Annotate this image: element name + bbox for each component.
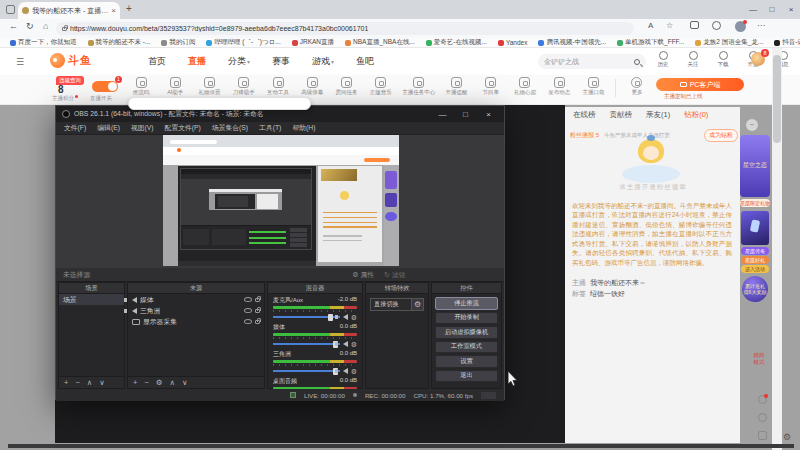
lock-icon[interactable] — [255, 309, 260, 313]
nav-home[interactable]: 首页 — [148, 55, 166, 68]
refresh-icon[interactable]: ↻ — [26, 21, 34, 31]
obs-close-button[interactable]: × — [479, 110, 498, 119]
lock-icon[interactable] — [255, 298, 260, 302]
tab-contribution-rank[interactable]: 贡献榜 — [610, 110, 633, 120]
source-up-button[interactable]: ∧ — [170, 378, 176, 387]
toolbar-item-wish[interactable]: 礼物心愿 — [512, 77, 538, 103]
remove-source-button[interactable]: − — [144, 378, 148, 387]
nav-games[interactable]: 游戏 — [312, 55, 334, 68]
become-diamond-fan-button[interactable]: 成为钻粉 — [704, 129, 738, 142]
rail-pill-enter[interactable]: 进入活动 — [741, 265, 769, 273]
home-icon[interactable]: ⌂ — [43, 21, 48, 31]
obs-maximize-button[interactable]: □ — [456, 110, 475, 119]
rail-pill-legend[interactable]: 星愿传奇 — [741, 247, 769, 255]
toolbar-item-remind[interactable]: 开播提醒 — [443, 77, 469, 103]
tab-diamond-fans[interactable]: 钻粉(0) — [684, 110, 708, 120]
browser-essentials-icon[interactable] — [712, 21, 721, 30]
record-corner-icon[interactable] — [758, 413, 767, 422]
source-properties-button[interactable]: ⚙ — [156, 378, 163, 387]
exit-button[interactable]: 退出 — [435, 370, 498, 383]
window-maximize-button[interactable]: □ — [763, 0, 781, 19]
obs-minimize-button[interactable]: — — [433, 110, 452, 119]
nav-category[interactable]: 分类 — [228, 55, 250, 68]
douyu-logo[interactable]: 斗鱼 — [50, 53, 92, 68]
volume-slider[interactable] — [273, 316, 340, 318]
tab-close-icon[interactable]: × — [111, 6, 116, 15]
collections-icon[interactable] — [690, 21, 699, 29]
mute-speaker-icon[interactable] — [343, 314, 348, 320]
settings-gear-icon[interactable]: ⚙ — [783, 432, 791, 442]
mute-speaker-icon[interactable] — [343, 341, 348, 347]
bookmark-item[interactable]: NBA直播_NBA在线... — [345, 38, 415, 47]
follow-button[interactable]: 关注 — [682, 51, 704, 68]
bookmark-item[interactable]: 我的订阅 — [161, 38, 195, 47]
scene-up-button[interactable]: ∧ — [87, 378, 93, 387]
bookmark-item[interactable]: 我等的船还不来 -... — [88, 38, 151, 47]
history-button[interactable]: 历史 — [652, 51, 674, 68]
toolbar-item-more[interactable]: 更多 — [624, 77, 650, 103]
favorite-star-icon[interactable]: ☆ — [666, 21, 673, 30]
visibility-eye-icon[interactable] — [244, 297, 252, 302]
nav-esports[interactable]: 赛事 — [272, 55, 290, 68]
hamburger-icon[interactable]: ☰ — [16, 57, 24, 67]
tab-online-rank[interactable]: 在线榜 — [573, 110, 596, 120]
scene-down-button[interactable]: ∨ — [99, 378, 105, 387]
virtual-camera-button[interactable]: 启动虚拟摄像机 — [435, 326, 498, 339]
obs-menu-file[interactable]: 文件(F) — [64, 123, 86, 133]
scene-list-item[interactable]: 场景 — [59, 294, 124, 305]
rail-banner-event[interactable]: 星空之恋 — [740, 135, 770, 197]
rail-collapse-button[interactable]: − — [746, 119, 758, 131]
transition-gear-button[interactable]: ⚙ — [411, 298, 424, 311]
volume-slider[interactable] — [273, 370, 340, 372]
toolbar-item-schedule[interactable]: 节目单 — [478, 77, 504, 103]
bookmark-item[interactable]: 单机游戏下载_FFF... — [617, 38, 684, 47]
channel-gear-icon[interactable]: ⚙ — [351, 368, 357, 375]
window-minimize-button[interactable]: — — [744, 0, 762, 19]
visibility-eye-icon[interactable] — [244, 308, 252, 313]
source-row[interactable]: 媒体 — [128, 294, 264, 305]
bookmark-item[interactable]: 爱奇艺-在线视频... — [426, 38, 487, 47]
remove-scene-button[interactable]: − — [75, 378, 79, 387]
back-icon[interactable]: ← — [9, 21, 18, 31]
url-field[interactable]: https://www.douyu.com/beta/35293537?dysh… — [56, 22, 634, 35]
browser-profile-avatar[interactable] — [735, 21, 746, 32]
live-toggle[interactable]: 1 — [92, 81, 118, 92]
tab-search-icon[interactable] — [6, 5, 15, 14]
add-source-button[interactable]: + — [133, 378, 137, 387]
start-recording-button[interactable]: 开始录制 — [435, 312, 498, 325]
obs-menu-edit[interactable]: 编辑(E) — [97, 123, 120, 133]
bookmark-item[interactable]: 抖音-记录美好生活 — [774, 38, 800, 47]
obs-menu-profile[interactable]: 配置文件(P) — [165, 123, 201, 133]
stop-streaming-button[interactable]: 停止推流 — [435, 297, 498, 310]
toolbar-item-post[interactable]: 发布动态 — [546, 77, 572, 103]
browser-tab[interactable]: 我等的船还不来 - 直播_我等的船还... × — [18, 2, 120, 19]
rail-gift-badge[interactable]: 累计送礼 得6大奖励 — [742, 276, 768, 302]
channel-gear-icon[interactable]: ⚙ — [351, 314, 357, 321]
obs-menu-view[interactable]: 视图(V) — [131, 123, 154, 133]
add-scene-button[interactable]: + — [64, 378, 68, 387]
pc-client-button[interactable]: PC客户端 — [656, 78, 744, 91]
toolbar-item-task-center[interactable]: 主播任务中心 — [402, 77, 435, 103]
page-scrollbar-thumb[interactable] — [773, 55, 781, 143]
toolbar-item-pocket[interactable]: 主播口袋 — [580, 77, 606, 103]
volume-slider[interactable] — [273, 343, 340, 345]
lock-icon[interactable] — [255, 320, 260, 324]
bookmark-item[interactable]: 腾讯视频-中国领先... — [538, 38, 606, 47]
fans-broadcast[interactable]: 粉丝播报 5 — [570, 131, 599, 140]
search-icon[interactable] — [634, 59, 640, 65]
visibility-eye-icon[interactable] — [244, 319, 252, 324]
obs-menu-tools[interactable]: 工具(T) — [259, 123, 281, 133]
source-row[interactable]: 三角洲 — [128, 305, 264, 316]
obs-menu-scene-collection[interactable]: 场景集合(S) — [212, 123, 248, 133]
toolbar-item-music[interactable]: 正版音乐 — [368, 77, 394, 103]
new-tab-button[interactable]: + — [126, 3, 132, 14]
channel-gear-icon[interactable]: ⚙ — [351, 341, 357, 348]
studio-mode-button[interactable]: 工作室模式 — [435, 341, 498, 354]
feedback-corner-icon[interactable] — [758, 431, 767, 440]
settings-button[interactable]: 设置 — [435, 355, 498, 368]
site-search-input[interactable]: 金铲铲之战 — [538, 54, 646, 69]
bookmark-item[interactable]: JRKAN直播 — [292, 38, 334, 47]
window-close-button[interactable]: × — [782, 0, 800, 19]
read-aloud-icon[interactable]: A — [648, 21, 653, 30]
rail-pill-gift[interactable]: 星愿好礼 — [741, 256, 769, 264]
